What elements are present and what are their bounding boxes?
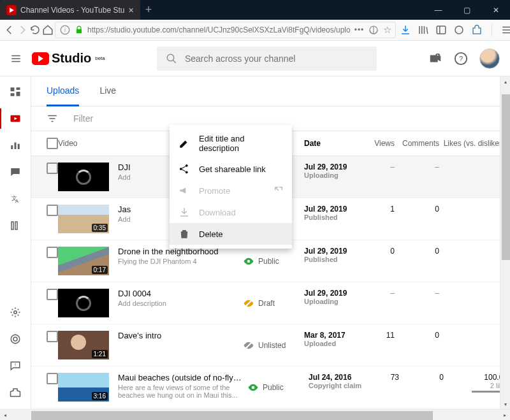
select-all-checkbox[interactable] [47,138,58,149]
date-cell: Jul 24, 2016Copyright claim [309,373,366,402]
visibility-cell[interactable]: Public [247,373,309,402]
home-button[interactable] [42,21,54,39]
sidebar-icon[interactable] [435,24,447,36]
views-cell: – [361,163,395,191]
row-checkbox[interactable] [47,163,58,174]
sidebar-library[interactable] [8,218,23,233]
sidebar-comments[interactable] [8,164,23,180]
address-bar: i https://studio.youtube.com/channel/UCJ… [0,20,510,41]
video-thumbnail[interactable] [58,163,109,191]
reload-button[interactable] [29,21,41,39]
date-cell: Mar 8, 2017Uploaded [304,331,361,359]
views-cell: 1 [361,205,395,233]
back-button[interactable] [4,21,15,39]
extension-icon-2[interactable] [471,24,483,36]
scroll-right-icon[interactable]: ▸ [500,410,510,420]
scroll-thumb-h[interactable] [31,411,433,420]
tab-live[interactable]: Live [99,76,116,106]
sidebar-dashboard[interactable] [8,84,23,99]
video-row[interactable]: 1:21Dave's introUnlistedMar 8, 2017Uploa… [31,324,500,366]
video-thumbnail[interactable]: 0:17 [58,247,109,275]
video-title[interactable]: Maui beaches (outside of no-fly zo... [118,373,242,382]
row-checkbox[interactable] [47,289,58,300]
col-date[interactable]: Date [304,139,361,148]
forward-button[interactable] [17,21,28,39]
video-title[interactable]: DJI [118,163,131,172]
help-icon[interactable]: ? [454,52,468,66]
nav-hamburger-icon[interactable] [10,53,22,64]
scroll-left-icon[interactable]: ◂ [0,410,10,420]
new-tab-button[interactable]: + [140,0,157,20]
video-description: Add [118,215,131,223]
visibility-cell[interactable]: Unlisted [243,331,304,359]
svg-rect-19 [18,144,20,149]
user-avatar[interactable] [479,48,500,69]
video-row[interactable]: DJI 0004Add descriptionDraftJul 29, 2019… [31,282,500,324]
video-meta: Maui beaches (outside of no-fly zo...Her… [118,373,242,402]
filter-icon[interactable] [47,113,58,124]
date-cell: Jul 29, 2019Uploading [304,163,361,191]
filter-placeholder[interactable]: Filter [73,113,93,124]
col-comments[interactable]: Comments [395,139,439,148]
studio-logo[interactable]: Studiobeta [32,51,105,66]
video-thumbnail[interactable]: 0:35 [58,205,109,233]
trash-icon [178,228,190,240]
downloads-icon[interactable] [400,24,411,36]
library-icon[interactable] [418,24,429,36]
video-title[interactable]: DJI 0004 [118,289,166,298]
scroll-up-icon[interactable]: ▴ [500,76,510,87]
video-description: Here are a few views of some of the beac… [118,384,242,399]
video-title[interactable]: Jas [118,205,131,214]
scroll-thumb-v[interactable] [502,94,510,260]
tab-uploads[interactable]: Uploads [47,76,79,106]
visibility-cell[interactable]: Draft [243,289,304,317]
scroll-down-icon[interactable]: ▾ [500,399,510,409]
tab-close-icon[interactable]: × [128,5,133,15]
visibility-cell[interactable]: Public [243,247,304,275]
sidebar-settings[interactable] [8,305,23,320]
hamburger-menu-icon[interactable] [501,24,510,36]
public-icon [243,256,254,267]
sidebar: 文A ! [0,76,31,409]
comments-cell: – [395,163,439,191]
search-icon [166,53,177,64]
row-checkbox[interactable] [47,373,58,384]
sidebar-creator-studio[interactable] [8,385,23,400]
horizontal-scrollbar[interactable]: ◂ ▸ [0,409,510,420]
video-thumbnail[interactable] [58,289,109,317]
video-thumbnail[interactable]: 1:21 [58,331,109,359]
row-checkbox[interactable] [47,247,58,258]
search-box[interactable] [157,47,377,71]
bookmark-icon[interactable]: ☆ [383,24,391,36]
create-video-icon[interactable]: + [428,52,442,66]
col-views[interactable]: Views [361,139,395,148]
views-cell: 0 [361,247,395,275]
browser-tab[interactable]: Channel Videos - YouTube Stu × [0,0,140,20]
reader-icon[interactable] [368,24,379,36]
video-thumbnail[interactable]: 3:16 [58,373,109,402]
date-cell: Jul 29, 2019Published [304,247,361,275]
sidebar-analytics[interactable] [8,138,23,153]
video-title[interactable]: Dave's intro [118,331,161,340]
close-window-button[interactable]: ✕ [481,0,510,20]
sidebar-translations[interactable]: 文A [8,191,23,206]
sidebar-feedback[interactable]: ! [8,358,23,373]
maximize-button[interactable]: ▢ [453,0,481,20]
row-checkbox[interactable] [47,331,58,342]
sidebar-videos[interactable] [8,111,23,126]
url-box[interactable]: i https://studio.youtube.com/channel/UCJ… [55,22,396,38]
search-input[interactable] [185,54,368,64]
ctx-delete[interactable]: Delete [170,223,292,245]
svg-text:i: i [64,27,66,33]
sidebar-whatsnew[interactable] [8,331,23,347]
extension-icon-1[interactable] [453,24,465,36]
ctx-share[interactable]: Get shareable link [170,158,292,180]
lock-icon [75,25,84,34]
col-likes[interactable]: Likes (vs. dislikes) [439,139,506,148]
row-checkbox[interactable] [47,205,58,216]
video-row[interactable]: 3:16Maui beaches (outside of no-fly zo..… [31,366,500,409]
ctx-edit[interactable]: Edit title and description [170,129,292,158]
vertical-scrollbar[interactable]: ▴ ▾ [500,76,510,409]
minimize-button[interactable]: — [424,0,453,20]
page-actions-icon[interactable]: ••• [354,25,365,34]
